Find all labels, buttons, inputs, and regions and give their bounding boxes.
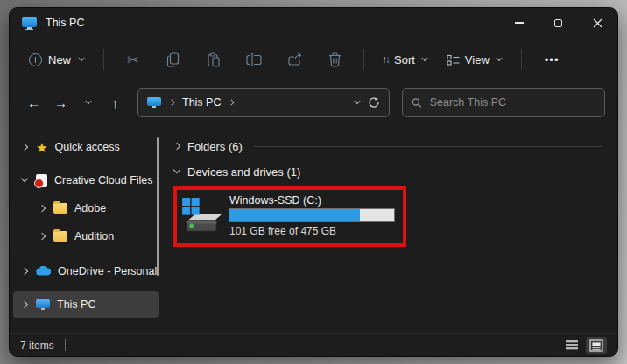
copy-icon [166, 52, 180, 67]
share-button[interactable] [274, 44, 314, 75]
group-label: Devices and drives (1) [187, 165, 300, 178]
sidebar-item-label: OneDrive - Personal [58, 265, 157, 277]
status-bar: 7 items [10, 333, 617, 356]
new-button-label: New [48, 53, 71, 66]
sidebar-item-label: Quick access [54, 141, 119, 153]
share-icon [287, 52, 302, 66]
chevron-right-icon[interactable] [38, 232, 46, 241]
status-divider [65, 340, 66, 351]
paste-icon [207, 52, 221, 67]
chevron-down-icon[interactable] [20, 176, 29, 185]
drive-item-windows-ssd[interactable]: Windows-SSD (C:) 101 GB free of 475 GB [173, 186, 406, 247]
new-button[interactable]: New [20, 48, 95, 72]
sidebar-item-audition[interactable]: Audition [13, 223, 159, 249]
sort-button[interactable]: ↑↓ Sort [373, 48, 438, 72]
maximize-button[interactable] [539, 8, 578, 38]
thumbnail-view-icon [589, 340, 603, 352]
close-icon [593, 18, 602, 28]
delete-icon [328, 52, 342, 67]
sidebar-item-label: Adobe [74, 202, 106, 214]
chevron-down-icon [496, 56, 504, 64]
onedrive-icon [36, 263, 51, 279]
minimize-button[interactable] [499, 8, 539, 38]
details-view-icon [565, 340, 579, 352]
hard-drive-icon [180, 194, 224, 237]
paste-button[interactable] [194, 44, 234, 75]
chevron-right-icon[interactable] [20, 143, 29, 151]
sidebar-item-adobe[interactable]: Adobe [13, 195, 159, 221]
drive-usage-text: 101 GB free of 475 GB [229, 225, 394, 237]
chevron-right-icon[interactable] [228, 99, 236, 107]
sort-label: Sort [394, 53, 415, 66]
thumbnail-view-button[interactable] [586, 337, 607, 354]
cut-button[interactable]: ✂ [113, 44, 153, 75]
window-title: This PC [46, 17, 84, 29]
search-box[interactable] [402, 88, 605, 117]
rename-button[interactable] [234, 44, 274, 75]
maximize-icon [554, 19, 562, 27]
close-button[interactable] [578, 8, 617, 38]
chevron-down-icon [78, 56, 86, 64]
this-pc-icon [36, 299, 50, 311]
drive-name: Windows-SSD (C:) [229, 194, 394, 206]
address-dropdown-icon[interactable] [354, 99, 362, 107]
delete-button[interactable] [314, 44, 355, 75]
forward-button[interactable]: → [49, 91, 73, 115]
search-input[interactable] [430, 96, 595, 108]
back-button[interactable]: ← [22, 91, 46, 115]
chevron-right-icon[interactable] [168, 99, 176, 107]
item-count: 7 items [20, 340, 54, 352]
cut-icon: ✂ [127, 52, 138, 68]
group-rule [312, 172, 602, 172]
view-button[interactable]: View [438, 48, 512, 72]
chevron-down-icon [421, 56, 429, 64]
star-icon: ★ [36, 141, 47, 154]
plus-icon [29, 53, 42, 66]
toolbar-divider [103, 49, 104, 70]
chevron-down-icon[interactable] [173, 167, 181, 176]
sidebar-scrollbar[interactable] [157, 137, 159, 276]
sidebar-item-creative-cloud-files[interactable]: Creative Cloud Files [13, 167, 159, 193]
command-toolbar: New ✂ [10, 38, 617, 81]
more-options-button[interactable]: ••• [536, 48, 568, 72]
sidebar-item-label: Creative Cloud Files [54, 174, 153, 186]
drive-usage-bar [229, 209, 394, 221]
view-label: View [465, 53, 490, 66]
this-pc-icon [22, 17, 37, 30]
group-header-folders[interactable]: Folders (6) [173, 136, 602, 157]
chevron-down-icon [84, 99, 92, 107]
breadcrumb-this-pc[interactable]: This PC [182, 96, 221, 108]
chevron-right-icon[interactable] [20, 267, 29, 276]
minimize-icon [515, 22, 524, 23]
creative-cloud-icon [36, 174, 47, 187]
group-header-devices-and-drives[interactable]: Devices and drives (1) [173, 161, 602, 182]
chevron-right-icon[interactable] [173, 142, 181, 150]
group-label: Folders (6) [187, 140, 243, 153]
view-icon [447, 54, 460, 66]
chevron-right-icon[interactable] [20, 300, 29, 309]
details-view-button[interactable] [561, 337, 582, 354]
up-button[interactable]: ↑ [103, 91, 127, 115]
file-explorer-window: This PC New ✂ [9, 7, 618, 357]
sidebar-item-this-pc[interactable]: This PC [13, 291, 159, 318]
folder-icon [53, 203, 67, 214]
sidebar-item-quick-access[interactable]: ★ Quick access [13, 134, 159, 160]
address-bar[interactable]: This PC [137, 88, 390, 117]
navigation-bar: ← → ↑ This PC [10, 81, 617, 123]
folder-icon [53, 231, 67, 242]
recent-locations-button[interactable] [76, 91, 100, 115]
toolbar-divider [363, 49, 364, 70]
drive-usage-fill [229, 209, 360, 221]
content-panel: Folders (6) Devices and drives (1) [166, 123, 617, 333]
sidebar-item-label: Audition [74, 230, 114, 242]
search-icon [412, 97, 422, 108]
copy-button[interactable] [153, 44, 194, 75]
toolbar-divider [521, 49, 522, 70]
sort-icon: ↑↓ [382, 53, 389, 66]
rename-icon [246, 53, 262, 66]
refresh-button[interactable] [368, 96, 380, 108]
sidebar-item-onedrive[interactable]: OneDrive - Personal [13, 258, 159, 284]
sidebar-item-label: This PC [57, 298, 95, 311]
refresh-icon [368, 96, 380, 108]
chevron-right-icon[interactable] [38, 204, 46, 213]
